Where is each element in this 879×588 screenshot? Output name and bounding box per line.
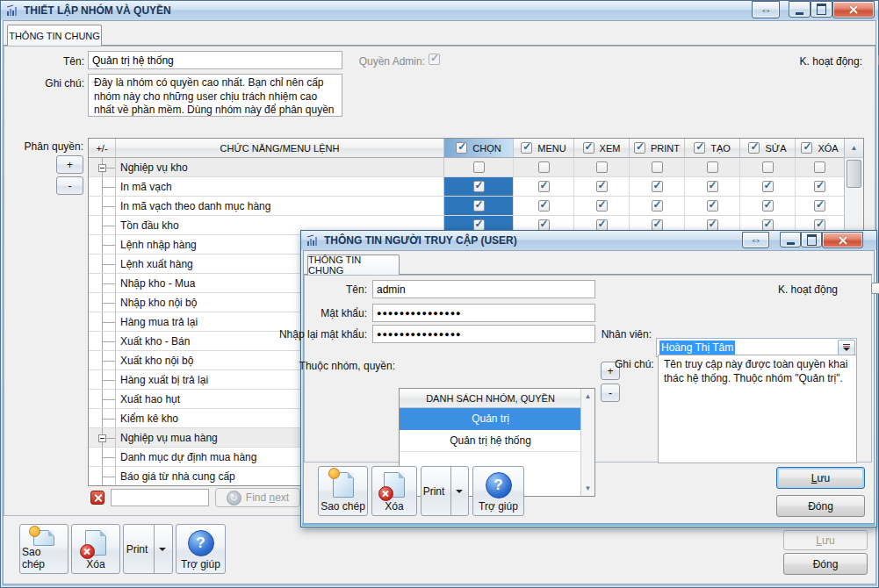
permission-checkbox[interactable] — [652, 181, 663, 192]
column-select-all-checkbox[interactable] — [456, 142, 467, 154]
tree-collapse-expander[interactable] — [98, 434, 106, 442]
group-list-item[interactable]: Quản trị hệ thống — [400, 430, 581, 452]
dialog-maximize-button[interactable] — [801, 232, 822, 247]
print-dropdown-icon[interactable] — [159, 548, 166, 551]
groups-list-scrollbar[interactable]: ▲ ▼ — [580, 389, 594, 496]
member-groups-label: Thuộc nhóm, quyền: — [286, 360, 395, 372]
group-name-input[interactable] — [88, 51, 342, 69]
employee-dropdown-button[interactable] — [838, 340, 855, 355]
dialog-save-button[interactable]: Lưu — [776, 467, 865, 489]
column-header[interactable]: XÓA — [796, 139, 845, 158]
main-resize-button[interactable]: ⇔ — [752, 1, 780, 18]
scroll-up-icon[interactable]: ▲ — [585, 392, 592, 400]
column-select-all-checkbox[interactable] — [694, 142, 705, 154]
permission-cell — [514, 158, 574, 177]
dialog-copy-button[interactable]: Sao chép — [318, 466, 368, 516]
column-select-all-checkbox[interactable] — [583, 142, 594, 154]
group-list-item[interactable]: Quản trị — [400, 408, 581, 430]
main-maximize-button[interactable] — [811, 1, 832, 18]
permission-checkbox[interactable] — [814, 200, 825, 212]
permission-checkbox[interactable] — [473, 181, 485, 192]
function-name-cell[interactable]: Nghiệp vụ kho — [116, 158, 444, 177]
grid-search-input[interactable] — [111, 489, 209, 506]
clear-search-button[interactable] — [90, 491, 104, 505]
main-copy-button[interactable]: Sao chép — [19, 524, 68, 574]
permission-checkbox[interactable] — [762, 200, 774, 212]
column-select-all-checkbox[interactable] — [748, 142, 760, 154]
permission-row[interactable]: In mã vạch theo danh mục hàng — [89, 197, 863, 216]
resize-arrows-icon: ⇔ — [750, 233, 761, 247]
permission-row[interactable]: Nghiệp vụ kho — [89, 158, 863, 177]
user-notes-textarea[interactable]: Tên truy cập này được toàn quyền khai th… — [658, 355, 857, 463]
column-header[interactable]: CHỌN — [444, 139, 514, 158]
function-name-cell[interactable]: In mã vạch — [116, 177, 444, 197]
permission-checkbox[interactable] — [814, 181, 825, 192]
dialog-help-button[interactable]: ? Trợ giúp — [472, 466, 524, 516]
permission-checkbox[interactable] — [762, 161, 774, 173]
main-print-button[interactable]: Print — [123, 524, 173, 574]
dialog-resize-button[interactable]: ⇔ — [742, 232, 769, 248]
permission-checkbox[interactable] — [473, 200, 485, 212]
column-header[interactable]: TẠO — [685, 139, 740, 158]
group-notes-label: Ghi chú: — [7, 77, 84, 90]
user-name-input[interactable] — [372, 280, 595, 298]
find-next-button[interactable]: ↻ Find next — [215, 488, 300, 507]
main-close-button[interactable] — [832, 1, 875, 18]
permission-checkbox[interactable] — [538, 181, 550, 192]
permission-cell — [574, 177, 630, 197]
column-header[interactable]: PRINT — [630, 139, 685, 158]
column-select-all-checkbox[interactable] — [801, 142, 812, 154]
dialog-tab-thong-tin-chung[interactable]: THÔNG TIN CHUNG — [307, 255, 400, 275]
main-help-button[interactable]: ? Trợ giúp — [176, 524, 226, 574]
main-close-window-button[interactable]: Đóng — [783, 553, 868, 575]
dialog-print-button[interactable]: Print — [421, 466, 469, 516]
password-input[interactable] — [372, 304, 595, 322]
scroll-up-button[interactable]: ▲ — [845, 139, 863, 158]
permission-checkbox[interactable] — [538, 200, 550, 212]
dialog-close-button[interactable] — [822, 232, 863, 248]
column-header[interactable]: SỬA — [740, 139, 796, 158]
permission-checkbox[interactable] — [707, 161, 718, 173]
tree-collapse-expander[interactable] — [98, 164, 106, 172]
confirm-password-input[interactable] — [372, 325, 595, 343]
main-delete-button[interactable]: Xóa — [71, 524, 120, 574]
find-next-icon: ↻ — [227, 491, 241, 506]
permission-checkbox[interactable] — [538, 161, 550, 173]
permission-checkbox[interactable] — [707, 181, 718, 192]
main-print-label: Print — [126, 543, 148, 556]
permission-checkbox[interactable] — [652, 161, 663, 173]
delete-x-badge-icon — [80, 544, 95, 559]
main-save-button[interactable]: Lưu — [783, 530, 868, 550]
permission-checkbox[interactable] — [596, 181, 608, 192]
column-header[interactable]: MENU — [514, 139, 574, 158]
remove-group-button[interactable]: - — [601, 384, 620, 402]
main-minimize-button[interactable] — [789, 1, 811, 18]
tree-cell — [89, 216, 116, 235]
group-notes-textarea[interactable]: Đây là nhóm có quyền cao nhất. Bạn chỉ n… — [88, 74, 342, 117]
permission-checkbox[interactable] — [707, 200, 718, 212]
column-header[interactable]: XEM — [574, 139, 630, 158]
permission-checkbox[interactable] — [652, 200, 663, 212]
main-tab-thong-tin-chung[interactable]: THÔNG TIN CHUNG — [7, 25, 102, 46]
permission-checkbox[interactable] — [473, 161, 485, 173]
groups-list-header: DANH SÁCH NHÓM, QUYỀN — [400, 389, 581, 408]
expand-all-button[interactable]: + — [56, 155, 83, 174]
permission-row[interactable]: In mã vạch — [89, 177, 863, 197]
collapse-all-button[interactable]: - — [56, 176, 83, 195]
permission-checkbox[interactable] — [762, 181, 774, 192]
column-select-all-checkbox[interactable] — [521, 142, 532, 154]
permission-checkbox[interactable] — [596, 200, 608, 212]
user-inactive-checkbox[interactable] — [871, 283, 879, 294]
print-dropdown-icon[interactable] — [456, 490, 463, 493]
scroll-thumb[interactable] — [847, 160, 861, 188]
column-select-all-checkbox[interactable] — [634, 142, 645, 154]
scroll-down-icon[interactable]: ▼ — [585, 484, 592, 492]
dialog-minimize-button[interactable] — [780, 232, 801, 247]
permission-checkbox[interactable] — [814, 161, 825, 173]
dialog-close-window-button[interactable]: Đóng — [776, 495, 865, 517]
permission-checkbox[interactable] — [596, 161, 608, 173]
main-title-bar[interactable]: THIẾT LẬP NHÓM VÀ QUYỀN — [1, 1, 878, 20]
dialog-delete-button[interactable]: Xóa — [371, 466, 417, 516]
function-name-cell[interactable]: In mã vạch theo danh mục hàng — [116, 197, 444, 216]
clear-x-icon — [94, 494, 102, 502]
